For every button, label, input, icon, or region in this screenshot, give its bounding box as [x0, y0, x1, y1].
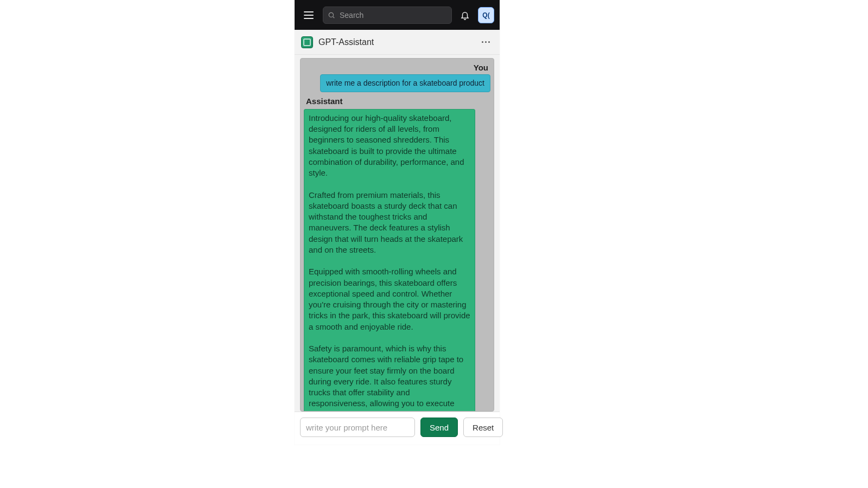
svg-point-0 [329, 12, 333, 17]
sender-label-you: You [304, 62, 490, 74]
send-button[interactable]: Send [420, 418, 458, 437]
svg-line-1 [333, 16, 335, 18]
search-box[interactable] [323, 7, 452, 24]
notifications-button[interactable] [457, 8, 473, 23]
app-frame: Q( GPT-Assistant You write me a descript… [295, 0, 500, 445]
sender-label-assistant: Assistant [304, 95, 490, 108]
chat-panel[interactable]: You write me a description for a skatebo… [300, 58, 494, 412]
prompt-input[interactable] [300, 418, 415, 437]
search-input[interactable] [339, 10, 447, 20]
menu-button[interactable] [300, 7, 317, 24]
user-avatar[interactable]: Q( [478, 7, 494, 23]
topbar: Q( [295, 0, 500, 30]
bell-icon [460, 10, 470, 20]
reset-button[interactable]: Reset [463, 418, 503, 437]
more-options-button[interactable] [478, 38, 493, 46]
chat-area: You write me a description for a skatebo… [295, 55, 500, 412]
assistant-message: Introducing our high-quality skateboard,… [304, 109, 475, 412]
user-message: write me a description for a skateboard … [320, 74, 490, 92]
search-icon [328, 11, 335, 19]
title-bar: GPT-Assistant [295, 30, 500, 55]
app-logo-icon [301, 36, 313, 48]
composer: Send Reset [295, 412, 500, 445]
page-title: GPT-Assistant [318, 37, 374, 47]
